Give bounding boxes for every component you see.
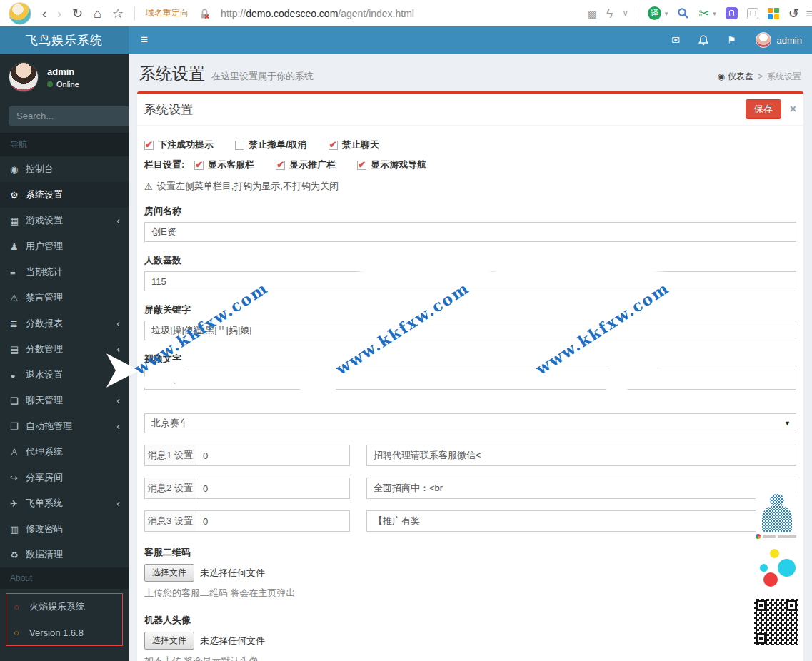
video-text-input[interactable] — [144, 370, 796, 390]
star-icon[interactable]: ☆ — [112, 7, 124, 20]
mail-icon[interactable]: ✉ — [662, 26, 689, 54]
tachometer-icon: ◉ — [10, 164, 26, 175]
back-icon[interactable]: ‹ — [42, 7, 46, 20]
sidebar-item-chat-management[interactable]: ❏聊天管理‹ — [0, 388, 129, 413]
broken-lock-icon[interactable] — [199, 8, 210, 19]
toggle-show-promo-bar[interactable]: 显示推广栏 — [276, 158, 336, 171]
checkbox-icon[interactable] — [276, 161, 285, 170]
refresh-icon[interactable]: ↻ — [72, 7, 83, 20]
home-icon[interactable]: ⌂ — [94, 7, 101, 20]
checkbox-icon[interactable] — [144, 141, 154, 150]
warning-text: 设置左侧菜单栏目,打钩为显示,不打钩为关闭 — [157, 180, 339, 193]
field-label-video-text: 视频文字 — [144, 353, 796, 365]
download-icon: ◒ — [10, 370, 26, 380]
choose-file-button[interactable]: 选择文件 — [144, 632, 194, 650]
paper-plane-icon: ✈ — [10, 498, 26, 509]
dashboard-icon: ◉ — [718, 71, 725, 81]
capture-icon[interactable] — [747, 8, 758, 19]
sidebar-item-change-password[interactable]: ▥修改密码 — [0, 516, 129, 542]
forward-icon[interactable]: › — [57, 7, 61, 20]
message-row-3: 消息3 设置 — [144, 510, 796, 532]
sidebar-item-current-stats[interactable]: ≡当期统计 — [0, 259, 129, 285]
apps-grid-icon[interactable] — [768, 8, 779, 19]
browser-profile-avatar[interactable] — [9, 2, 31, 25]
checkbox-icon[interactable] — [329, 141, 338, 150]
about-item-system-name[interactable]: ○火焰娱乐系统 — [6, 594, 122, 620]
redirect-label[interactable]: 域名重定向 — [146, 7, 189, 19]
about-box: ○火焰娱乐系统 ○Version 1.6.8 — [6, 593, 123, 646]
toggle-show-game-nav[interactable]: 显示游戏导航 — [357, 158, 426, 171]
sidebar-toggle-icon[interactable]: ≡ — [129, 26, 160, 54]
field-label-blocked-keywords: 屏蔽关键字 — [144, 303, 796, 316]
message3-number-input[interactable] — [196, 511, 349, 531]
flag-icon[interactable]: ⚑ — [718, 26, 746, 54]
room-name-input[interactable] — [144, 222, 796, 242]
customer-service-qr-code-image — [754, 599, 798, 645]
translate-icon[interactable]: 译 — [648, 6, 661, 20]
sidebar-item-auto-bot-management[interactable]: ❐自动拖管理‹ — [0, 413, 129, 439]
brand-logo[interactable]: 飞鸟娱乐系统 — [0, 26, 129, 54]
avatar[interactable] — [9, 62, 39, 92]
avatar — [756, 32, 771, 48]
upload-label-service-qr: 客服二维码 — [144, 546, 796, 559]
people-base-input[interactable] — [144, 271, 796, 291]
breadcrumb-home[interactable]: ◉仪表盘 — [718, 71, 753, 83]
divider — [134, 6, 135, 21]
purple-app-icon[interactable] — [726, 7, 738, 19]
user-menu[interactable]: admin — [746, 32, 812, 48]
sidebar-item-agent-system[interactable]: ♙代理系统 — [0, 439, 129, 465]
message3-label: 消息3 设置 — [145, 511, 196, 531]
toggle-bet-success-tip[interactable]: 下注成功提示 — [144, 138, 214, 151]
breadcrumb-current: 系统设置 — [767, 71, 801, 83]
close-icon[interactable]: × — [790, 103, 796, 116]
lightning-icon[interactable]: ϟ — [606, 7, 613, 20]
search-icon[interactable] — [677, 7, 689, 19]
user-panel: admin Online — [0, 54, 129, 101]
cart-icon: ▥ — [10, 524, 26, 535]
sidebar-item-data-cleanup[interactable]: ♻数据清理 — [0, 542, 129, 567]
about-item-version[interactable]: ○Version 1.6.8 — [6, 620, 122, 645]
bell-icon[interactable] — [689, 26, 718, 54]
search-input[interactable] — [9, 106, 129, 126]
sidebar-item-dashboard[interactable]: ◉控制台 — [0, 156, 129, 182]
sidebar-item-mute-management[interactable]: ⚠禁言管理 — [0, 285, 129, 311]
address-bar[interactable]: http://demo.codesceo.com/agent/index.htm… — [221, 8, 414, 19]
chevron-left-icon: ‹ — [116, 343, 123, 355]
toggle-show-service-bar[interactable]: 显示客服栏 — [194, 158, 254, 171]
sidebar-item-rebate-settings[interactable]: ◒退水设置 — [0, 362, 129, 388]
sidebar-item-score-report[interactable]: ≣分数报表‹ — [0, 311, 129, 336]
sidebar-item-system-settings[interactable]: ⚙系统设置 — [0, 182, 129, 208]
checkbox-icon[interactable] — [357, 161, 366, 170]
trash-icon: ♻ — [10, 550, 26, 560]
sidebar-search — [9, 106, 120, 126]
chevron-down-icon[interactable]: ∨ — [623, 9, 628, 17]
blocked-keywords-input[interactable] — [144, 321, 796, 340]
message2-number-input[interactable] — [196, 478, 349, 498]
message-row-1: 消息1 设置 — [144, 445, 796, 466]
upload-helper: 上传您的客服二维码 将会在主页弹出 — [144, 587, 796, 600]
sidebar-item-user-management[interactable]: ♟用户管理 — [0, 233, 129, 259]
message2-text-input[interactable] — [366, 478, 796, 499]
message1-number-input[interactable] — [196, 445, 349, 465]
field-label-room-name: 房间名称 — [144, 205, 796, 218]
sidebar-item-score-management[interactable]: ▤分数管理‹ — [0, 336, 129, 362]
toggle-forbid-cancel[interactable]: 禁止撤单/取消 — [235, 138, 307, 151]
message3-text-input[interactable] — [366, 510, 796, 532]
sidebar-item-fly-order-system[interactable]: ✈飞单系统‹ — [0, 490, 129, 516]
settings-box: 系统设置 保存 × 下注成功提示 禁止撤单/取消 禁止聊天 栏目设置: 显示客服… — [137, 91, 803, 661]
sidebar-item-share-room[interactable]: ↪分享房间 — [0, 465, 129, 490]
scissors-icon[interactable]: ✂ — [698, 7, 709, 20]
checkbox-icon[interactable] — [235, 141, 244, 150]
checkbox-icon[interactable] — [194, 161, 204, 170]
navbar-right: ✉ ⚑ admin — [662, 26, 812, 54]
browser-menu-icon[interactable]: ≡ — [806, 7, 812, 20]
message1-text-input[interactable] — [366, 445, 796, 466]
toggle-forbid-chat[interactable]: 禁止聊天 — [329, 138, 379, 151]
choose-file-button[interactable]: 选择文件 — [144, 564, 194, 582]
screen: ‹ › ↻ ⌂ ☆ 域名重定向 http://demo.codesceo.com… — [0, 0, 812, 661]
online-status-label: Online — [56, 80, 79, 89]
sidebar-item-game-settings[interactable]: ▦游戏设置‹ — [0, 208, 129, 233]
qr-grid-icon[interactable]: ▩ — [588, 9, 597, 19]
game-select[interactable]: 北京赛车 ▼ — [144, 413, 796, 433]
save-button[interactable]: 保存 — [746, 99, 781, 119]
